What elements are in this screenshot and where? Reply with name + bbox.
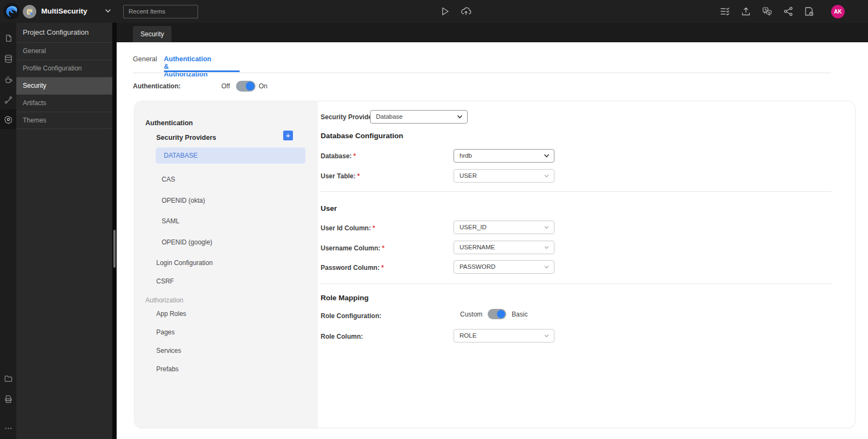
sidebar-item-artifacts[interactable]: Artifacts [16,94,112,112]
vcs-share-icon[interactable] [783,6,794,17]
chevron-down-icon [544,261,550,273]
database-icon[interactable] [0,50,16,67]
username-column-select[interactable]: USERNAME [454,241,554,254]
sidebar-title: Project Configuration [16,23,112,42]
sidebar-scrollbar[interactable] [112,23,117,439]
security-provider-label: Security Provider [321,113,374,121]
export-icon[interactable] [741,6,751,17]
project-avatar-icon[interactable] [23,5,36,18]
provider-item-openid-okta[interactable]: OPENID (okta) [162,197,205,204]
user-id-column-label: User Id Column:* [321,224,375,232]
provider-item-openid-google[interactable]: OPENID (google) [162,238,212,246]
section-divider [321,191,832,192]
authentication-toggle[interactable] [236,81,256,92]
chevron-down-icon [457,111,463,123]
toggle-off-label: Off [221,82,230,90]
settings-icon[interactable] [0,109,16,129]
chevron-down-icon [544,330,550,342]
provider-item-database[interactable]: DATABASE [156,147,305,164]
pages-icon[interactable] [0,29,16,47]
username-column-label: Username Column:* [321,244,385,252]
tab-security[interactable]: Security [133,26,171,42]
database-label: Database:* [321,152,356,160]
security-provider-select[interactable]: Database [370,110,468,124]
database-select[interactable]: hrdb [454,149,554,163]
file-sync-icon[interactable] [803,6,814,17]
add-provider-button[interactable]: + [283,131,293,140]
editor-tab-strip: Security [117,23,868,42]
security-nav-panel: Authentication Security Providers + DATA… [135,101,318,428]
authentication-label: Authentication: [133,82,181,90]
password-column-label: Password Column:* [321,264,384,272]
password-column-select[interactable]: PASSWORD [454,260,554,274]
nav-pages[interactable]: Pages [156,328,175,336]
chevron-down-icon [544,241,550,254]
user-avatar[interactable]: AK [831,5,845,18]
user-table-select[interactable]: USER [454,169,554,183]
required-asterisk: * [353,152,356,160]
sidebar-scrollbar-thumb[interactable] [113,230,116,268]
translate-chat-icon[interactable] [762,6,773,17]
tabs-divider [133,73,831,73]
authentication-config-card: Authentication Security Providers + DATA… [134,101,856,428]
sidebar-item-themes[interactable]: Themes [16,112,112,129]
required-asterisk: * [357,172,360,180]
provider-item-cas[interactable]: CAS [162,176,175,183]
sidebar-item-security[interactable]: Security [16,77,112,94]
nav-login-configuration[interactable]: Login Configuration [156,259,213,267]
apis-icon[interactable] [0,91,16,108]
toggle-knob [497,310,505,318]
nav-csrf[interactable]: CSRF [156,277,174,285]
toggle-custom-label: Custom [460,311,482,318]
toggle-on-label: On [259,82,267,90]
wavemaker-logo-icon[interactable] [3,3,20,20]
logs-icon[interactable]: LOG [0,390,16,408]
svg-text:LOG: LOG [7,398,10,401]
more-options-icon[interactable] [0,419,16,437]
nav-security-providers[interactable]: Security Providers [156,134,216,141]
active-tab-underline [164,70,240,72]
app-window: MultiSecurity Recent Items AK [0,0,868,439]
required-asterisk: * [382,244,385,252]
sidebar-item-profile-configuration[interactable]: Profile Configuration [16,60,112,77]
toggle-knob [246,82,254,91]
role-column-select[interactable]: ROLE [454,329,554,343]
user-id-column-select[interactable]: USER_ID [454,221,554,234]
nav-section-authentication: Authentication [145,119,193,127]
recent-items-dropdown[interactable]: Recent Items [123,5,198,18]
role-configuration-toggle[interactable] [488,309,506,319]
project-name: MultiSecurity [41,0,87,23]
provider-item-saml[interactable]: SAML [162,217,180,225]
java-services-icon[interactable] [0,70,16,88]
required-asterisk: * [381,264,384,272]
nav-app-roles[interactable]: App Roles [156,310,186,318]
project-configuration-sidebar: Project Configuration General Profile Co… [16,23,112,439]
authentication-toggle-row: Authentication: Off On [133,80,350,93]
sidebar-item-general[interactable]: General [16,42,112,60]
role-mapping-heading: Role Mapping [321,294,369,302]
project-switch-chevron-icon[interactable] [104,7,112,17]
security-settings-page: General Authentication & Authorization A… [117,42,868,439]
section-divider [321,283,832,284]
deploy-cloud-upload-icon[interactable] [461,6,471,17]
nav-prefabs[interactable]: Prefabs [156,365,178,373]
toggle-basic-label: Basic [512,311,527,318]
required-asterisk: * [373,224,375,232]
tab-authentication-authorization[interactable]: Authentication & Authorization [164,55,212,70]
user-table-label: User Table:* [321,172,360,180]
top-bar: MultiSecurity Recent Items AK [0,0,868,23]
nav-services[interactable]: Services [156,347,181,354]
role-configuration-label: Role Configuration: [321,312,381,320]
chevron-down-icon [544,150,550,162]
chevron-down-icon [544,170,550,182]
role-configuration-toggle-row: Custom Basic [460,309,528,319]
task-list-icon[interactable] [719,6,730,17]
database-configuration-heading: Database Configuration [321,132,403,140]
role-column-label: Role Column: [321,333,363,340]
tab-general[interactable]: General [133,55,157,70]
chevron-down-icon [544,221,550,234]
left-icon-rail: LOG [0,23,16,439]
user-heading: User [321,204,337,212]
file-explorer-icon[interactable] [0,370,16,387]
run-preview-icon[interactable] [439,6,450,17]
